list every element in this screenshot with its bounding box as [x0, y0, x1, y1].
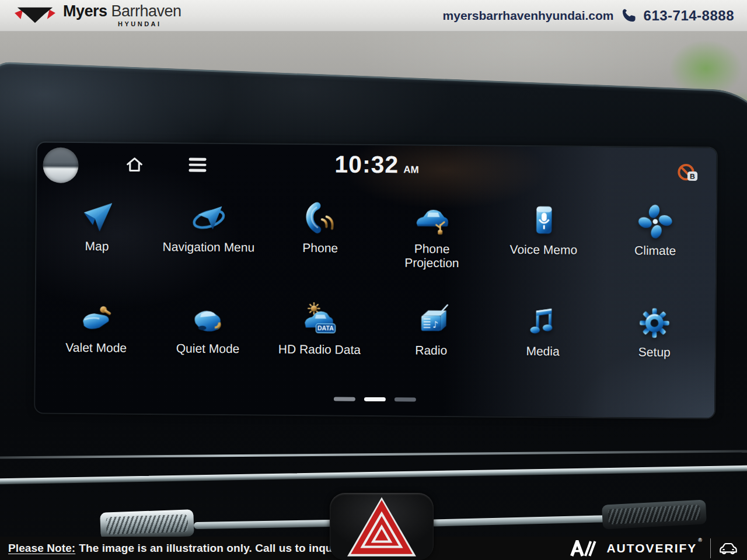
- app-quiet-mode[interactable]: Quiet Mode: [152, 301, 264, 356]
- bluetooth-badge: B: [690, 173, 695, 181]
- dealer-name-bold: Myers: [63, 4, 107, 19]
- media-music-icon: [525, 304, 561, 340]
- clock-meridiem: AM: [403, 164, 419, 176]
- dealer-name: Myers Barrhaven HYUNDAI: [63, 4, 181, 27]
- app-radio[interactable]: ♪ Radio: [375, 303, 487, 358]
- app-media[interactable]: Media: [487, 304, 599, 359]
- dealer-name-light: Barrhaven: [111, 4, 181, 19]
- dealer-banner: Myers Barrhaven HYUNDAI myersbarrhavenhy…: [0, 0, 747, 32]
- phone-app-icon: [302, 201, 338, 237]
- app-phone[interactable]: Phone: [264, 201, 376, 270]
- app-label: Voice Memo: [510, 243, 578, 257]
- menu-hamburger-icon[interactable]: [189, 158, 206, 172]
- app-setup[interactable]: Setup: [599, 304, 711, 359]
- app-grid-row2: Valet Mode Quiet Mode: [40, 300, 711, 359]
- app-label: Climate: [634, 243, 676, 257]
- note-text: The image is an illustration only. Call …: [79, 542, 349, 554]
- app-label: Setup: [638, 345, 671, 359]
- navigation-menu-icon: [191, 200, 227, 236]
- clock: 10:32 AM: [334, 150, 419, 178]
- footer-divider: [710, 538, 711, 558]
- dealer-contact: myersbarrhavenhyundai.com 613-714-8888: [443, 8, 734, 24]
- app-label: Quiet Mode: [176, 341, 240, 355]
- phone-handset-icon: [621, 8, 637, 23]
- climate-fan-icon: [637, 204, 673, 240]
- car-icon: [718, 541, 739, 555]
- app-label: Phone: [302, 241, 338, 255]
- app-valet-mode[interactable]: Valet Mode: [40, 300, 152, 355]
- vehicle-photo-page: Myers Barrhaven HYUNDAI myersbarrhavenhy…: [0, 0, 747, 560]
- setup-gear-icon: [637, 305, 673, 341]
- dealer-phone: 613-714-8888: [644, 8, 734, 24]
- svg-text:♪: ♪: [432, 319, 438, 330]
- quiet-mode-icon: [190, 302, 226, 338]
- app-label: Valet Mode: [65, 341, 127, 355]
- app-navigation-menu[interactable]: Navigation Menu: [152, 200, 264, 268]
- hazard-triangle-icon: [346, 496, 417, 558]
- hd-radio-data-icon: DATA: [302, 302, 338, 338]
- page-dot-active: [364, 397, 386, 401]
- dealer-sub-brand: HYUNDAI: [118, 21, 162, 27]
- app-climate[interactable]: Climate: [599, 203, 711, 272]
- app-hd-radio-data[interactable]: DATA HD Radio Data: [264, 302, 376, 356]
- radio-icon: ♪: [413, 303, 449, 340]
- app-label: Radio: [415, 344, 447, 358]
- autoverify-wordmark: AUTOVERIFY®: [606, 541, 703, 555]
- page-indicator: [334, 397, 416, 401]
- myers-logo-mark-icon: [13, 6, 57, 26]
- registered-mark: ®: [698, 537, 703, 543]
- app-grid-row1: Map Navigation Menu Phone: [41, 198, 711, 271]
- data-badge: DATA: [317, 325, 334, 332]
- home-icon[interactable]: [123, 154, 145, 175]
- phone-projection-icon: [414, 202, 450, 238]
- vent-control-left: [100, 509, 194, 540]
- dealer-website: myersbarrhavenhyundai.com: [443, 9, 614, 23]
- dealer-logo: Myers Barrhaven HYUNDAI: [13, 4, 181, 27]
- infotainment-screen: 10:32 AM B Map: [35, 142, 717, 418]
- voice-memo-icon: [526, 202, 562, 239]
- app-map[interactable]: Map: [41, 198, 153, 267]
- note-label: Please Note:: [8, 542, 75, 554]
- valet-mode-icon: [78, 300, 114, 337]
- page-dot: [395, 397, 416, 401]
- app-label: Navigation Menu: [163, 240, 255, 254]
- disclaimer-note: Please Note:The image is an illustration…: [8, 542, 349, 555]
- app-label: Map: [85, 239, 109, 253]
- app-phone-projection[interactable]: Phone Projection: [376, 201, 488, 270]
- clock-time: 10:32: [334, 150, 399, 178]
- autoverify-logo-icon: [570, 540, 599, 556]
- page-dot: [334, 397, 355, 401]
- bluetooth-disconnected-icon: B: [676, 163, 701, 185]
- autoverify-brand: AUTOVERIFY®: [570, 538, 739, 558]
- app-voice-memo[interactable]: Voice Memo: [487, 202, 599, 271]
- app-label: HD Radio Data: [278, 342, 361, 357]
- driver-profile-avatar[interactable]: [43, 148, 78, 183]
- app-label: Phone Projection: [395, 242, 469, 270]
- hazard-light-button: [330, 493, 434, 560]
- app-label: Media: [526, 344, 559, 358]
- map-icon: [79, 199, 115, 235]
